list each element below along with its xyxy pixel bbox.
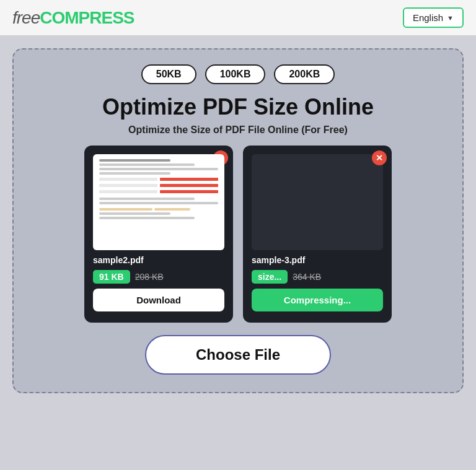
download-button-1[interactable]: Download (93, 289, 224, 311)
language-selector[interactable]: English ▼ (403, 7, 464, 28)
page-subtitle: Optimize the Size of PDF File Online (Fo… (128, 124, 348, 136)
files-row: ✕ (29, 146, 447, 323)
original-size-1: 208 KB (135, 272, 164, 282)
pdf-line (99, 159, 170, 162)
pdf-table-row (99, 184, 218, 187)
pdf-line (99, 217, 195, 219)
file-card-2: ✕ sample-3.pdf size... 364 KB Compressin… (243, 146, 392, 323)
pdf-line (99, 198, 195, 200)
choose-file-button[interactable]: Choose File (145, 335, 331, 375)
size-option-200kb[interactable]: 200KB (274, 64, 335, 84)
pdf-preview-2 (252, 154, 383, 250)
pdf-table-row (99, 178, 218, 181)
size-option-100kb[interactable]: 100KB (205, 64, 266, 84)
compressing-button-2: Compressing... (252, 289, 383, 311)
pdf-highlight (154, 208, 190, 211)
logo: freeCOMPRESS (12, 8, 134, 28)
choose-file-label: Choose File (196, 346, 280, 363)
language-label: English (413, 12, 443, 23)
pdf-line (99, 172, 170, 175)
file-name-1: sample2.pdf (93, 255, 144, 265)
file-sizes-2: size... 364 KB (252, 270, 321, 284)
file-name-2: sample-3.pdf (252, 255, 305, 265)
logo-free-text: free (12, 8, 40, 27)
main-content: 50KB 100KB 200KB Optimize PDF Size Onlin… (0, 36, 476, 470)
pdf-table-row (99, 190, 218, 193)
size-option-50kb[interactable]: 50KB (141, 64, 196, 84)
file-sizes-1: 91 KB 208 KB (93, 270, 164, 284)
original-size-2: 364 KB (293, 272, 321, 282)
pdf-cell (160, 184, 218, 187)
header: freeCOMPRESS English ▼ (0, 0, 476, 36)
pdf-line (99, 168, 218, 170)
pdf-cell (99, 184, 157, 187)
upload-card: 50KB 100KB 200KB Optimize PDF Size Onlin… (12, 48, 464, 393)
chevron-down-icon: ▼ (447, 14, 454, 22)
compressed-size-2: size... (252, 270, 288, 284)
close-file-2-button[interactable]: ✕ (372, 150, 387, 165)
pdf-preview-1 (93, 154, 224, 250)
page-title: Optimize PDF Size Online (102, 94, 374, 120)
pdf-cell (99, 190, 157, 193)
pdf-cell (99, 178, 157, 181)
pdf-line (99, 163, 195, 166)
compressed-size-1: 91 KB (93, 270, 130, 284)
file-card-1: ✕ (84, 146, 233, 323)
pdf-highlight (99, 208, 152, 211)
size-options-row: 50KB 100KB 200KB (141, 64, 335, 84)
pdf-line (99, 202, 218, 204)
pdf-line (99, 212, 170, 215)
pdf-cell (160, 178, 218, 181)
pdf-cell (160, 190, 218, 193)
logo-compress-text: COMPRESS (40, 8, 134, 27)
